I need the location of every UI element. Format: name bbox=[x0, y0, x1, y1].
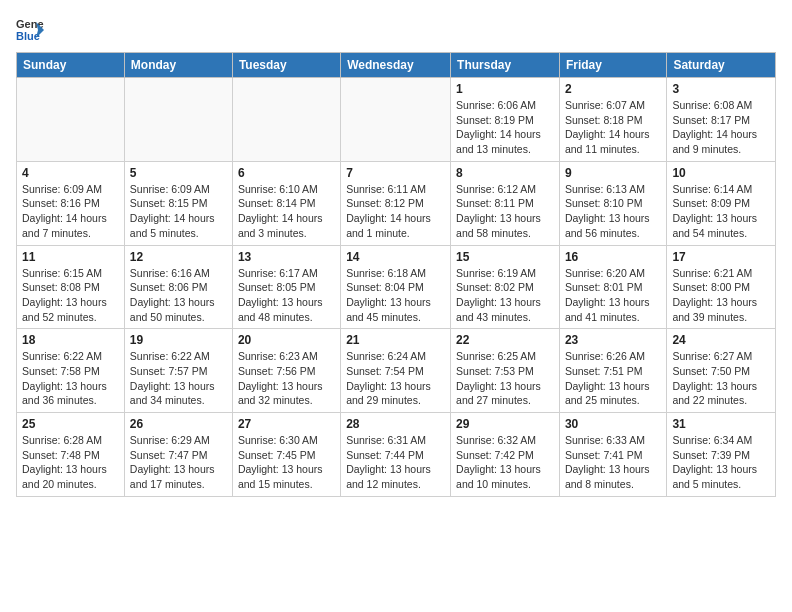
day-info: Sunrise: 6:28 AM Sunset: 7:48 PM Dayligh… bbox=[22, 433, 119, 492]
day-number: 21 bbox=[346, 333, 445, 347]
day-info: Sunrise: 6:15 AM Sunset: 8:08 PM Dayligh… bbox=[22, 266, 119, 325]
day-number: 28 bbox=[346, 417, 445, 431]
calendar-cell: 24Sunrise: 6:27 AM Sunset: 7:50 PM Dayli… bbox=[667, 329, 776, 413]
day-number: 17 bbox=[672, 250, 770, 264]
calendar-cell: 7Sunrise: 6:11 AM Sunset: 8:12 PM Daylig… bbox=[341, 161, 451, 245]
calendar-cell: 6Sunrise: 6:10 AM Sunset: 8:14 PM Daylig… bbox=[232, 161, 340, 245]
calendar-cell: 26Sunrise: 6:29 AM Sunset: 7:47 PM Dayli… bbox=[124, 413, 232, 497]
day-info: Sunrise: 6:31 AM Sunset: 7:44 PM Dayligh… bbox=[346, 433, 445, 492]
day-info: Sunrise: 6:12 AM Sunset: 8:11 PM Dayligh… bbox=[456, 182, 554, 241]
calendar-cell: 11Sunrise: 6:15 AM Sunset: 8:08 PM Dayli… bbox=[17, 245, 125, 329]
day-info: Sunrise: 6:27 AM Sunset: 7:50 PM Dayligh… bbox=[672, 349, 770, 408]
day-info: Sunrise: 6:19 AM Sunset: 8:02 PM Dayligh… bbox=[456, 266, 554, 325]
day-info: Sunrise: 6:17 AM Sunset: 8:05 PM Dayligh… bbox=[238, 266, 335, 325]
day-number: 25 bbox=[22, 417, 119, 431]
calendar-cell bbox=[17, 78, 125, 162]
day-info: Sunrise: 6:22 AM Sunset: 7:58 PM Dayligh… bbox=[22, 349, 119, 408]
day-number: 13 bbox=[238, 250, 335, 264]
day-info: Sunrise: 6:09 AM Sunset: 8:16 PM Dayligh… bbox=[22, 182, 119, 241]
calendar-cell: 28Sunrise: 6:31 AM Sunset: 7:44 PM Dayli… bbox=[341, 413, 451, 497]
day-info: Sunrise: 6:14 AM Sunset: 8:09 PM Dayligh… bbox=[672, 182, 770, 241]
calendar-table: SundayMondayTuesdayWednesdayThursdayFrid… bbox=[16, 52, 776, 497]
calendar-cell: 3Sunrise: 6:08 AM Sunset: 8:17 PM Daylig… bbox=[667, 78, 776, 162]
day-info: Sunrise: 6:13 AM Sunset: 8:10 PM Dayligh… bbox=[565, 182, 661, 241]
day-number: 31 bbox=[672, 417, 770, 431]
calendar-cell: 25Sunrise: 6:28 AM Sunset: 7:48 PM Dayli… bbox=[17, 413, 125, 497]
calendar-cell: 13Sunrise: 6:17 AM Sunset: 8:05 PM Dayli… bbox=[232, 245, 340, 329]
day-number: 19 bbox=[130, 333, 227, 347]
calendar-cell: 20Sunrise: 6:23 AM Sunset: 7:56 PM Dayli… bbox=[232, 329, 340, 413]
week-row-2: 4Sunrise: 6:09 AM Sunset: 8:16 PM Daylig… bbox=[17, 161, 776, 245]
week-row-1: 1Sunrise: 6:06 AM Sunset: 8:19 PM Daylig… bbox=[17, 78, 776, 162]
day-info: Sunrise: 6:30 AM Sunset: 7:45 PM Dayligh… bbox=[238, 433, 335, 492]
day-info: Sunrise: 6:21 AM Sunset: 8:00 PM Dayligh… bbox=[672, 266, 770, 325]
week-row-4: 18Sunrise: 6:22 AM Sunset: 7:58 PM Dayli… bbox=[17, 329, 776, 413]
calendar-cell: 22Sunrise: 6:25 AM Sunset: 7:53 PM Dayli… bbox=[451, 329, 560, 413]
day-info: Sunrise: 6:08 AM Sunset: 8:17 PM Dayligh… bbox=[672, 98, 770, 157]
calendar-cell bbox=[341, 78, 451, 162]
calendar-cell: 10Sunrise: 6:14 AM Sunset: 8:09 PM Dayli… bbox=[667, 161, 776, 245]
svg-text:Blue: Blue bbox=[16, 30, 40, 42]
weekday-header-monday: Monday bbox=[124, 53, 232, 78]
day-number: 16 bbox=[565, 250, 661, 264]
day-number: 3 bbox=[672, 82, 770, 96]
day-info: Sunrise: 6:09 AM Sunset: 8:15 PM Dayligh… bbox=[130, 182, 227, 241]
day-number: 6 bbox=[238, 166, 335, 180]
day-info: Sunrise: 6:32 AM Sunset: 7:42 PM Dayligh… bbox=[456, 433, 554, 492]
calendar-cell: 5Sunrise: 6:09 AM Sunset: 8:15 PM Daylig… bbox=[124, 161, 232, 245]
calendar-cell: 1Sunrise: 6:06 AM Sunset: 8:19 PM Daylig… bbox=[451, 78, 560, 162]
day-number: 14 bbox=[346, 250, 445, 264]
day-info: Sunrise: 6:16 AM Sunset: 8:06 PM Dayligh… bbox=[130, 266, 227, 325]
calendar-cell: 12Sunrise: 6:16 AM Sunset: 8:06 PM Dayli… bbox=[124, 245, 232, 329]
calendar-cell: 19Sunrise: 6:22 AM Sunset: 7:57 PM Dayli… bbox=[124, 329, 232, 413]
calendar-cell: 31Sunrise: 6:34 AM Sunset: 7:39 PM Dayli… bbox=[667, 413, 776, 497]
calendar-cell: 21Sunrise: 6:24 AM Sunset: 7:54 PM Dayli… bbox=[341, 329, 451, 413]
calendar-cell: 9Sunrise: 6:13 AM Sunset: 8:10 PM Daylig… bbox=[559, 161, 666, 245]
week-row-3: 11Sunrise: 6:15 AM Sunset: 8:08 PM Dayli… bbox=[17, 245, 776, 329]
calendar-cell: 14Sunrise: 6:18 AM Sunset: 8:04 PM Dayli… bbox=[341, 245, 451, 329]
day-number: 12 bbox=[130, 250, 227, 264]
day-info: Sunrise: 6:06 AM Sunset: 8:19 PM Dayligh… bbox=[456, 98, 554, 157]
day-number: 29 bbox=[456, 417, 554, 431]
day-info: Sunrise: 6:20 AM Sunset: 8:01 PM Dayligh… bbox=[565, 266, 661, 325]
weekday-header-row: SundayMondayTuesdayWednesdayThursdayFrid… bbox=[17, 53, 776, 78]
day-number: 1 bbox=[456, 82, 554, 96]
day-number: 18 bbox=[22, 333, 119, 347]
day-info: Sunrise: 6:07 AM Sunset: 8:18 PM Dayligh… bbox=[565, 98, 661, 157]
weekday-header-friday: Friday bbox=[559, 53, 666, 78]
day-info: Sunrise: 6:33 AM Sunset: 7:41 PM Dayligh… bbox=[565, 433, 661, 492]
calendar-cell: 2Sunrise: 6:07 AM Sunset: 8:18 PM Daylig… bbox=[559, 78, 666, 162]
header: General Blue bbox=[16, 16, 776, 44]
day-info: Sunrise: 6:25 AM Sunset: 7:53 PM Dayligh… bbox=[456, 349, 554, 408]
weekday-header-sunday: Sunday bbox=[17, 53, 125, 78]
day-info: Sunrise: 6:11 AM Sunset: 8:12 PM Dayligh… bbox=[346, 182, 445, 241]
day-number: 15 bbox=[456, 250, 554, 264]
day-number: 10 bbox=[672, 166, 770, 180]
calendar-cell: 17Sunrise: 6:21 AM Sunset: 8:00 PM Dayli… bbox=[667, 245, 776, 329]
calendar-cell: 16Sunrise: 6:20 AM Sunset: 8:01 PM Dayli… bbox=[559, 245, 666, 329]
calendar-cell: 8Sunrise: 6:12 AM Sunset: 8:11 PM Daylig… bbox=[451, 161, 560, 245]
day-info: Sunrise: 6:26 AM Sunset: 7:51 PM Dayligh… bbox=[565, 349, 661, 408]
day-number: 20 bbox=[238, 333, 335, 347]
day-number: 11 bbox=[22, 250, 119, 264]
calendar-cell: 23Sunrise: 6:26 AM Sunset: 7:51 PM Dayli… bbox=[559, 329, 666, 413]
weekday-header-wednesday: Wednesday bbox=[341, 53, 451, 78]
weekday-header-tuesday: Tuesday bbox=[232, 53, 340, 78]
weekday-header-saturday: Saturday bbox=[667, 53, 776, 78]
day-info: Sunrise: 6:18 AM Sunset: 8:04 PM Dayligh… bbox=[346, 266, 445, 325]
day-number: 24 bbox=[672, 333, 770, 347]
day-info: Sunrise: 6:23 AM Sunset: 7:56 PM Dayligh… bbox=[238, 349, 335, 408]
day-number: 4 bbox=[22, 166, 119, 180]
day-info: Sunrise: 6:34 AM Sunset: 7:39 PM Dayligh… bbox=[672, 433, 770, 492]
weekday-header-thursday: Thursday bbox=[451, 53, 560, 78]
calendar-cell bbox=[124, 78, 232, 162]
week-row-5: 25Sunrise: 6:28 AM Sunset: 7:48 PM Dayli… bbox=[17, 413, 776, 497]
day-number: 8 bbox=[456, 166, 554, 180]
day-number: 22 bbox=[456, 333, 554, 347]
calendar-cell: 30Sunrise: 6:33 AM Sunset: 7:41 PM Dayli… bbox=[559, 413, 666, 497]
calendar-cell: 27Sunrise: 6:30 AM Sunset: 7:45 PM Dayli… bbox=[232, 413, 340, 497]
day-info: Sunrise: 6:22 AM Sunset: 7:57 PM Dayligh… bbox=[130, 349, 227, 408]
day-number: 5 bbox=[130, 166, 227, 180]
day-number: 7 bbox=[346, 166, 445, 180]
day-info: Sunrise: 6:10 AM Sunset: 8:14 PM Dayligh… bbox=[238, 182, 335, 241]
